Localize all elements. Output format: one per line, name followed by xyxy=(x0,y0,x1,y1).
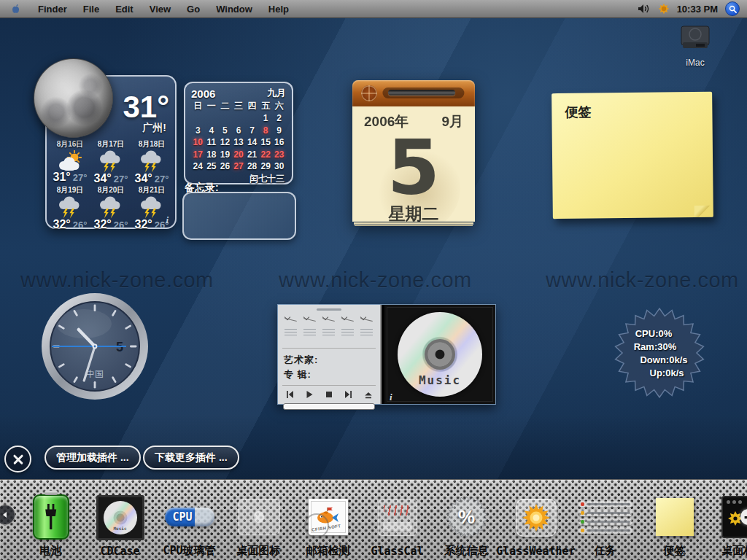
apple-menu[interactable] xyxy=(0,3,30,15)
forecast-temps: 32°26° xyxy=(135,218,169,231)
forecast-cell: 8月18日 34°27° xyxy=(131,139,172,185)
forecast-temps: 32°26° xyxy=(53,218,88,231)
sticky-note-widget[interactable]: 便签 xyxy=(551,92,713,219)
volume-icon[interactable] xyxy=(638,4,651,14)
calendar-day-header: 一 xyxy=(205,100,219,112)
menu-item-finder[interactable]: Finder xyxy=(30,4,75,15)
manage-plugins-button[interactable]: 管理加载插件 ... xyxy=(44,446,141,470)
cd-progress-bar[interactable] xyxy=(283,403,375,410)
dock-item-CPU玻璃管[interactable]: CPU CPU玻璃管 xyxy=(155,480,224,560)
disc-text: Music xyxy=(398,373,482,387)
dock-item-CDCase[interactable]: Music CDCase xyxy=(85,480,155,560)
menu-item-file[interactable]: File xyxy=(75,4,107,15)
temp-high: 34° xyxy=(94,172,112,184)
calendar-day-header: 日 xyxy=(191,100,205,112)
download-plugins-button[interactable]: 下载更多插件 ... xyxy=(143,446,239,470)
temp-high: 31° xyxy=(53,171,71,183)
spotlight-icon[interactable] xyxy=(725,1,740,16)
temp-high: 34° xyxy=(135,172,152,184)
calendar-day: 28 xyxy=(245,160,259,173)
play-button[interactable] xyxy=(304,389,314,400)
forecast-date: 8月19日 xyxy=(57,185,84,195)
clock-widget[interactable]: 5 中国 xyxy=(40,292,150,404)
dock-item-label: 桌面标签 xyxy=(722,544,747,558)
cd-player-widget[interactable]: 艺术家: 专 辑: Music i xyxy=(277,304,496,405)
menubar-status-area: 10:33 PM xyxy=(638,1,747,16)
left-arrow-icon xyxy=(1,511,9,518)
dock-item-label: 任务 xyxy=(595,544,616,558)
menubar-clock[interactable]: 10:33 PM xyxy=(677,4,718,15)
cd-info-button[interactable]: i xyxy=(390,392,392,403)
storm-icon xyxy=(137,196,166,219)
dock-scroll-left-button[interactable] xyxy=(0,505,15,525)
calendar-day: 22 xyxy=(259,149,273,161)
dock-item-GlassWeather[interactable]: GlassWeather xyxy=(501,480,570,560)
weather-info-button[interactable]: i xyxy=(166,214,169,226)
menu-item-help[interactable]: Help xyxy=(260,4,297,15)
month-calendar-widget[interactable]: 2006 九月 日一二三四五六 123456789101112131415161… xyxy=(184,82,293,184)
forecast-date: 8月16日 xyxy=(57,139,84,149)
calendar-day: 9 xyxy=(272,125,286,137)
calendar-day-header: 六 xyxy=(272,100,286,112)
forecast-temps: 34°27° xyxy=(135,172,169,185)
page-calendar-widget[interactable]: 2006年 9月 5 星期二 丙戌狗年 闰七十三 xyxy=(352,80,475,228)
screen: FinderFileEditViewGoWindowHelp 10:33 PM … xyxy=(0,0,747,560)
calendar-day: 26 xyxy=(218,160,232,173)
forecast-cell: 8月17日 34°27° xyxy=(90,139,131,185)
desktop-icon-imac[interactable]: iMac xyxy=(673,23,718,68)
widget-dock: 电池 Music CDCase CPU CPU玻璃管 桌面图标 CFISH SO… xyxy=(0,479,747,560)
dock-item-便签[interactable]: 便签 xyxy=(640,480,709,560)
calendar-day: 30 xyxy=(272,160,286,173)
calendar-title: 2006 九月 xyxy=(191,87,286,100)
cpu-tube-icon: CPU xyxy=(165,508,214,526)
calendar-empty-cell xyxy=(232,112,246,125)
eject-button[interactable] xyxy=(363,389,374,400)
menu-item-window[interactable]: Window xyxy=(208,4,260,15)
menu-item-view[interactable]: View xyxy=(142,4,179,15)
storm-icon xyxy=(55,196,85,219)
widget-engine-icon[interactable] xyxy=(658,3,670,15)
task-list-icon xyxy=(578,501,632,534)
calendar-grid: 1234567891011121314151617181920212223242… xyxy=(191,112,286,173)
forecast-cell: 8月20日 32°26° xyxy=(90,185,131,231)
dock-item-label: 电池 xyxy=(40,544,62,558)
fish-stamp-icon: CFISH SOFT xyxy=(309,499,348,535)
calendar-day: 21 xyxy=(245,149,259,161)
menu-item-go[interactable]: Go xyxy=(179,4,208,15)
calendar-day: 19 xyxy=(218,149,232,161)
dock-item-系统信息[interactable]: % 系统信息 xyxy=(432,480,501,560)
dock-item-label: GlassWeather xyxy=(496,545,575,558)
stop-button[interactable] xyxy=(324,389,334,400)
page-stack xyxy=(354,222,473,225)
calendar-day-header: 二 xyxy=(218,100,232,112)
next-button[interactable] xyxy=(344,389,354,400)
close-dashboard-button[interactable] xyxy=(4,446,31,472)
calendar-day: 16 xyxy=(272,136,286,149)
calendar-day: 24 xyxy=(191,160,205,173)
system-stats: CPU:0%Ram:30%Down:0k/sUp:0k/s xyxy=(614,307,705,399)
cd-booklet: 艺术家: 专 辑: xyxy=(278,305,382,404)
system-monitor-widget[interactable]: CPU:0%Ram:30%Down:0k/sUp:0k/s xyxy=(614,307,705,399)
dock-item-邮箱检测[interactable]: CFISH SOFT 邮箱检测 xyxy=(293,480,363,560)
calendar-day: 6 xyxy=(232,125,246,137)
memo-input-area[interactable] xyxy=(182,192,296,240)
dock-item-桌面图标[interactable]: 桌面图标 xyxy=(224,480,293,560)
forecast-grid: 8月16日 31°27° 8月17日 34°27° 8月18日 34°27° 8… xyxy=(50,139,172,222)
calendar-day: 29 xyxy=(259,160,273,173)
calendar-day-headers: 日一二三四五六 xyxy=(191,100,286,112)
dock-item-电池[interactable]: 电池 xyxy=(16,480,85,560)
dock-item-label: CPU玻璃管 xyxy=(163,544,215,558)
calendar-day: 8 xyxy=(259,125,273,137)
calendar-day: 23 xyxy=(272,149,286,161)
sun-cloud-icon xyxy=(55,150,85,172)
dock-item-GlassCal[interactable]: GlassCal xyxy=(363,480,432,560)
dock-item-桌面标签[interactable]: 桌面标签 xyxy=(709,480,747,560)
dock-item-任务[interactable]: 任务 xyxy=(570,480,640,560)
album-label: 专 辑: xyxy=(284,368,374,382)
prev-button[interactable] xyxy=(285,389,295,400)
globe-logo-icon xyxy=(361,85,377,101)
sticky-note-text: 便签 xyxy=(551,92,712,121)
glass-calendar-icon xyxy=(378,499,417,536)
menu-item-edit[interactable]: Edit xyxy=(107,4,142,15)
calendar-month: 九月 xyxy=(267,87,286,100)
